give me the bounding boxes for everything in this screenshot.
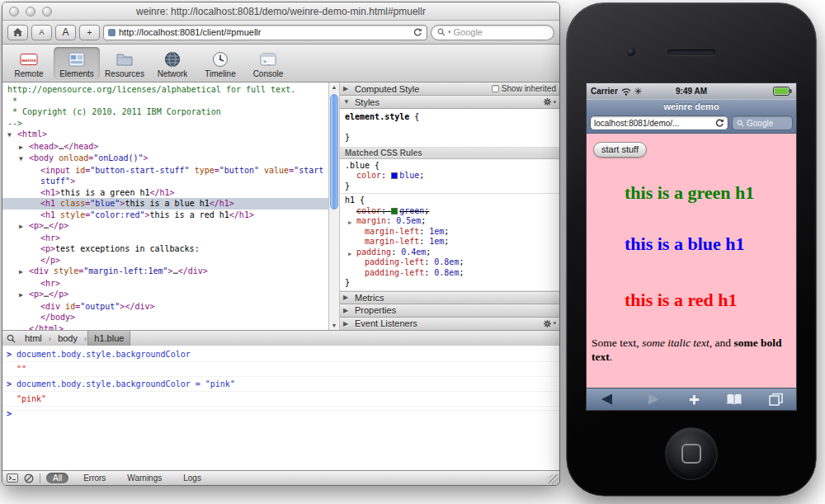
larger-text-button[interactable]: A	[55, 25, 76, 40]
filter-logs[interactable]: Logs	[177, 473, 208, 483]
disclosure-right-icon[interactable]: ▶	[19, 142, 29, 153]
minimize-button[interactable]	[26, 7, 35, 16]
tree-row[interactable]: ▼<body onload="onLoad()">	[2, 153, 328, 165]
properties-header[interactable]: ▶ Properties	[340, 304, 559, 318]
bookmarks-icon[interactable]	[726, 393, 742, 406]
tree-row[interactable]: ▶<head>…</head>	[2, 141, 328, 153]
toolbar-label: Timeline	[205, 69, 235, 78]
tree-row[interactable]: ▶<div style="margin-left:1em">…</div>	[2, 266, 328, 278]
styles-header[interactable]: ▼ Styles ▾	[340, 96, 559, 109]
tree-row[interactable]: <input id="button-start-stuff" type="but…	[2, 165, 328, 187]
smaller-text-button[interactable]: A	[31, 25, 52, 40]
close-button[interactable]	[9, 7, 19, 16]
breadcrumb-item-html[interactable]: html	[19, 331, 48, 346]
tree-row[interactable]: http://opensource.org/licenses/alphabeti…	[2, 84, 328, 96]
css-property[interactable]: padding-left: 0.8em;	[340, 257, 559, 268]
forward-icon[interactable]	[644, 393, 662, 406]
css-property[interactable]: color: blue;	[340, 171, 559, 181]
disclosure-down-icon[interactable]: ▼	[7, 130, 17, 141]
css-property[interactable]: color: green;	[340, 206, 559, 217]
css-property[interactable]: margin-left: 1em;	[340, 227, 559, 238]
breadcrumb-item-body[interactable]: body	[52, 331, 83, 346]
console-prompt[interactable]: >	[2, 407, 559, 411]
inspect-element-icon[interactable]	[2, 331, 19, 346]
phone-search-input[interactable]: Google	[732, 115, 793, 130]
metrics-header[interactable]: ▶ Metrics	[340, 291, 559, 304]
tree-row[interactable]: *	[2, 96, 328, 107]
tree-row[interactable]: ▶<p>…</p>	[2, 289, 328, 301]
back-icon[interactable]	[599, 393, 617, 406]
tree-row[interactable]: <hr>	[2, 278, 328, 290]
color-swatch[interactable]	[391, 172, 398, 179]
css-property[interactable]: margin-left: 1em;	[340, 237, 559, 247]
filter-warnings[interactable]: Warnings	[120, 473, 168, 483]
disclosure-right-icon[interactable]: ▶	[19, 290, 29, 301]
address-bar[interactable]: http://localhost:8081/client/#pmuellr	[103, 25, 427, 40]
tree-row[interactable]: <h1 class="blue">this is a blue h1</h1>	[2, 198, 328, 210]
console-input[interactable]: >document.body.style.backgroundColor = "…	[2, 377, 559, 392]
css-property[interactable]: ▶margin: 0.5em;	[340, 216, 559, 227]
tree-row[interactable]: -->	[2, 118, 328, 130]
tree-row[interactable]: <h1>this is a green h1</h1>	[2, 187, 328, 199]
toolbar-network-button[interactable]: Network	[149, 47, 196, 79]
show-console-button[interactable]	[7, 473, 18, 483]
toolbar-timeline-button[interactable]: Timeline	[197, 47, 243, 79]
show-inherited-checkbox[interactable]	[492, 85, 499, 92]
code-segment: </p>	[49, 290, 68, 299]
css-selector[interactable]: .blue {	[340, 161, 559, 172]
toolbar-resources-button[interactable]: Resources	[101, 47, 148, 79]
scroll-up-arrow[interactable]: ▲	[329, 84, 339, 90]
window-titlebar[interactable]: weinre: http://localhost:8081/demo/weinr…	[2, 2, 559, 21]
toolbar-remote-button[interactable]: weinreRemote	[6, 47, 52, 79]
phone-address-bar[interactable]: localhost:8081/demo/...	[590, 115, 728, 130]
disclosure-right-icon: ▶	[343, 294, 351, 301]
tree-row[interactable]: <p>test exceptions in callbacks:	[2, 243, 328, 255]
reload-icon[interactable]	[412, 27, 422, 37]
tree-row[interactable]: <hr>	[2, 233, 328, 244]
phone-reload-icon[interactable]	[714, 118, 724, 128]
add-tab-button[interactable]: +	[79, 25, 100, 40]
tree-scrollbar[interactable]: ▲ ▼	[328, 82, 340, 330]
tree-row[interactable]: <div id="output"></div>	[2, 301, 328, 313]
breadcrumb-item-h1-blue[interactable]: h1.blue	[87, 331, 130, 346]
home-button-browser[interactable]	[7, 25, 28, 40]
phone-home-button[interactable]	[665, 427, 718, 480]
tree-row[interactable]: ▼<html>	[2, 129, 328, 141]
disclosure-down-icon[interactable]: ▼	[19, 153, 29, 165]
event-listeners-gear-button[interactable]: ▾	[543, 319, 556, 328]
event-listeners-header[interactable]: ▶ Event Listeners ▾	[340, 318, 559, 331]
code-segment: http://opensource.org/licenses/alphabeti…	[7, 85, 295, 94]
disclosure-right-icon[interactable]: ▶	[19, 266, 29, 278]
tree-row[interactable]: <h1 style="color:red">this is a red h1</…	[2, 210, 328, 221]
console-input[interactable]: >document.body.style.backgroundColor	[2, 347, 559, 362]
resize-grip[interactable]	[549, 474, 559, 484]
css-selector[interactable]: h1 {	[340, 195, 559, 206]
css-property[interactable]: padding-left: 0.8em;	[340, 268, 559, 279]
filter-errors[interactable]: Errors	[77, 473, 112, 483]
filter-all[interactable]: All	[46, 473, 68, 483]
computed-style-header[interactable]: ▶ Computed Style Show inherited	[340, 82, 559, 96]
tree-row[interactable]: * Copyright (c) 2010, 2011 IBM Corporati…	[2, 106, 328, 118]
phone-search-icon	[737, 120, 744, 127]
disclosure-right-icon[interactable]: ▶	[19, 221, 29, 233]
element-style-rule[interactable]: element.style { }	[340, 109, 559, 148]
scrollbar-thumb[interactable]	[330, 94, 338, 210]
clear-console-button[interactable]	[24, 473, 34, 483]
tree-row[interactable]: ▶<p>…</p>	[2, 220, 328, 233]
iphone-device: Carrier 9:49 AM weinre demo localhost:80…	[566, 2, 817, 497]
tree-row[interactable]: </p>	[2, 255, 328, 266]
add-icon[interactable]	[688, 393, 700, 406]
tree-row[interactable]: </body>	[2, 312, 328, 323]
color-swatch[interactable]	[391, 208, 398, 214]
start-stuff-button[interactable]: start stuff	[593, 142, 647, 158]
tree-row[interactable]: </html>	[2, 323, 328, 331]
toolbar-console-button[interactable]: >_Console	[245, 47, 291, 79]
scroll-down-arrow[interactable]: ▼	[329, 323, 339, 328]
properties-label: Properties	[355, 305, 396, 315]
styles-gear-button[interactable]: ▾	[543, 97, 556, 106]
search-input[interactable]: ▾ Google	[431, 25, 554, 40]
zoom-button[interactable]	[42, 7, 52, 16]
toolbar-elements-button[interactable]: Elements	[54, 47, 100, 79]
pages-icon[interactable]	[769, 393, 784, 406]
css-property[interactable]: ▶padding: 0.4em;	[340, 247, 559, 258]
